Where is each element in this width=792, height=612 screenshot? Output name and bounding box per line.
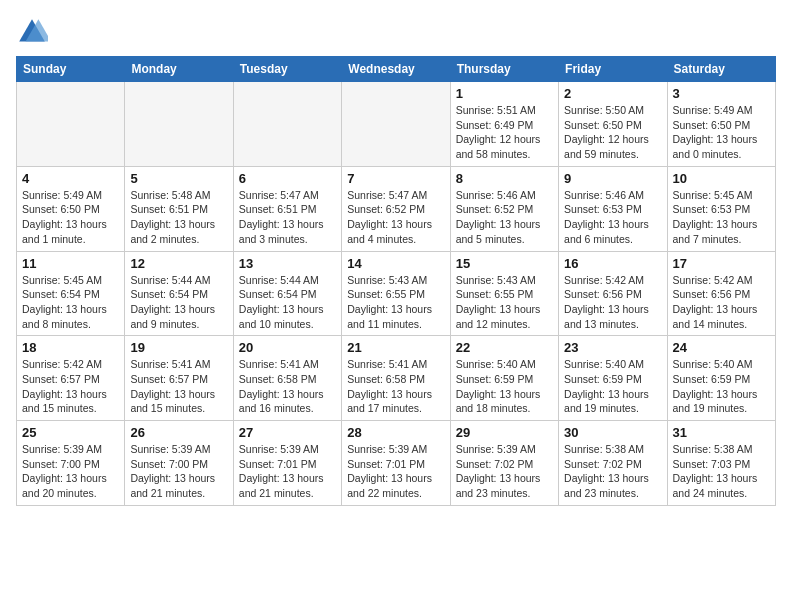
week-row-2: 4Sunrise: 5:49 AM Sunset: 6:50 PM Daylig… [17, 166, 776, 251]
calendar-cell: 13Sunrise: 5:44 AM Sunset: 6:54 PM Dayli… [233, 251, 341, 336]
calendar-cell [17, 82, 125, 167]
day-number: 23 [564, 340, 661, 355]
day-number: 16 [564, 256, 661, 271]
day-number: 15 [456, 256, 553, 271]
day-number: 22 [456, 340, 553, 355]
week-row-5: 25Sunrise: 5:39 AM Sunset: 7:00 PM Dayli… [17, 421, 776, 506]
day-number: 5 [130, 171, 227, 186]
day-number: 27 [239, 425, 336, 440]
calendar-cell: 9Sunrise: 5:46 AM Sunset: 6:53 PM Daylig… [559, 166, 667, 251]
cell-content: Sunrise: 5:39 AM Sunset: 7:00 PM Dayligh… [130, 442, 227, 501]
cell-content: Sunrise: 5:44 AM Sunset: 6:54 PM Dayligh… [130, 273, 227, 332]
calendar-cell: 19Sunrise: 5:41 AM Sunset: 6:57 PM Dayli… [125, 336, 233, 421]
page-header [16, 16, 776, 48]
cell-content: Sunrise: 5:46 AM Sunset: 6:52 PM Dayligh… [456, 188, 553, 247]
weekday-header-tuesday: Tuesday [233, 57, 341, 82]
calendar-cell: 27Sunrise: 5:39 AM Sunset: 7:01 PM Dayli… [233, 421, 341, 506]
calendar-cell: 4Sunrise: 5:49 AM Sunset: 6:50 PM Daylig… [17, 166, 125, 251]
cell-content: Sunrise: 5:42 AM Sunset: 6:56 PM Dayligh… [564, 273, 661, 332]
logo [16, 16, 52, 48]
calendar-cell: 21Sunrise: 5:41 AM Sunset: 6:58 PM Dayli… [342, 336, 450, 421]
calendar-cell [342, 82, 450, 167]
cell-content: Sunrise: 5:39 AM Sunset: 7:01 PM Dayligh… [239, 442, 336, 501]
calendar-cell: 23Sunrise: 5:40 AM Sunset: 6:59 PM Dayli… [559, 336, 667, 421]
weekday-header-thursday: Thursday [450, 57, 558, 82]
weekday-header-wednesday: Wednesday [342, 57, 450, 82]
cell-content: Sunrise: 5:38 AM Sunset: 7:02 PM Dayligh… [564, 442, 661, 501]
day-number: 20 [239, 340, 336, 355]
weekday-header-monday: Monday [125, 57, 233, 82]
day-number: 6 [239, 171, 336, 186]
cell-content: Sunrise: 5:40 AM Sunset: 6:59 PM Dayligh… [564, 357, 661, 416]
calendar-cell: 10Sunrise: 5:45 AM Sunset: 6:53 PM Dayli… [667, 166, 775, 251]
calendar-cell: 6Sunrise: 5:47 AM Sunset: 6:51 PM Daylig… [233, 166, 341, 251]
day-number: 10 [673, 171, 770, 186]
weekday-header-row: SundayMondayTuesdayWednesdayThursdayFrid… [17, 57, 776, 82]
calendar-cell: 7Sunrise: 5:47 AM Sunset: 6:52 PM Daylig… [342, 166, 450, 251]
day-number: 29 [456, 425, 553, 440]
calendar-cell: 2Sunrise: 5:50 AM Sunset: 6:50 PM Daylig… [559, 82, 667, 167]
calendar-table: SundayMondayTuesdayWednesdayThursdayFrid… [16, 56, 776, 506]
cell-content: Sunrise: 5:43 AM Sunset: 6:55 PM Dayligh… [456, 273, 553, 332]
calendar-cell: 25Sunrise: 5:39 AM Sunset: 7:00 PM Dayli… [17, 421, 125, 506]
week-row-1: 1Sunrise: 5:51 AM Sunset: 6:49 PM Daylig… [17, 82, 776, 167]
calendar-cell: 12Sunrise: 5:44 AM Sunset: 6:54 PM Dayli… [125, 251, 233, 336]
calendar-cell: 3Sunrise: 5:49 AM Sunset: 6:50 PM Daylig… [667, 82, 775, 167]
cell-content: Sunrise: 5:42 AM Sunset: 6:56 PM Dayligh… [673, 273, 770, 332]
calendar-cell: 17Sunrise: 5:42 AM Sunset: 6:56 PM Dayli… [667, 251, 775, 336]
cell-content: Sunrise: 5:40 AM Sunset: 6:59 PM Dayligh… [456, 357, 553, 416]
calendar-cell: 31Sunrise: 5:38 AM Sunset: 7:03 PM Dayli… [667, 421, 775, 506]
cell-content: Sunrise: 5:39 AM Sunset: 7:02 PM Dayligh… [456, 442, 553, 501]
cell-content: Sunrise: 5:39 AM Sunset: 7:01 PM Dayligh… [347, 442, 444, 501]
day-number: 2 [564, 86, 661, 101]
cell-content: Sunrise: 5:42 AM Sunset: 6:57 PM Dayligh… [22, 357, 119, 416]
cell-content: Sunrise: 5:49 AM Sunset: 6:50 PM Dayligh… [673, 103, 770, 162]
cell-content: Sunrise: 5:41 AM Sunset: 6:58 PM Dayligh… [347, 357, 444, 416]
cell-content: Sunrise: 5:43 AM Sunset: 6:55 PM Dayligh… [347, 273, 444, 332]
day-number: 25 [22, 425, 119, 440]
cell-content: Sunrise: 5:44 AM Sunset: 6:54 PM Dayligh… [239, 273, 336, 332]
day-number: 4 [22, 171, 119, 186]
calendar-cell: 16Sunrise: 5:42 AM Sunset: 6:56 PM Dayli… [559, 251, 667, 336]
cell-content: Sunrise: 5:46 AM Sunset: 6:53 PM Dayligh… [564, 188, 661, 247]
cell-content: Sunrise: 5:47 AM Sunset: 6:51 PM Dayligh… [239, 188, 336, 247]
calendar-cell: 8Sunrise: 5:46 AM Sunset: 6:52 PM Daylig… [450, 166, 558, 251]
day-number: 19 [130, 340, 227, 355]
week-row-3: 11Sunrise: 5:45 AM Sunset: 6:54 PM Dayli… [17, 251, 776, 336]
day-number: 21 [347, 340, 444, 355]
day-number: 12 [130, 256, 227, 271]
calendar-cell: 30Sunrise: 5:38 AM Sunset: 7:02 PM Dayli… [559, 421, 667, 506]
calendar-cell: 1Sunrise: 5:51 AM Sunset: 6:49 PM Daylig… [450, 82, 558, 167]
calendar-cell: 28Sunrise: 5:39 AM Sunset: 7:01 PM Dayli… [342, 421, 450, 506]
calendar-cell: 11Sunrise: 5:45 AM Sunset: 6:54 PM Dayli… [17, 251, 125, 336]
calendar-cell: 18Sunrise: 5:42 AM Sunset: 6:57 PM Dayli… [17, 336, 125, 421]
weekday-header-friday: Friday [559, 57, 667, 82]
calendar-cell [233, 82, 341, 167]
calendar-cell: 5Sunrise: 5:48 AM Sunset: 6:51 PM Daylig… [125, 166, 233, 251]
calendar-cell: 26Sunrise: 5:39 AM Sunset: 7:00 PM Dayli… [125, 421, 233, 506]
day-number: 7 [347, 171, 444, 186]
day-number: 14 [347, 256, 444, 271]
calendar-cell: 24Sunrise: 5:40 AM Sunset: 6:59 PM Dayli… [667, 336, 775, 421]
cell-content: Sunrise: 5:47 AM Sunset: 6:52 PM Dayligh… [347, 188, 444, 247]
calendar-cell: 15Sunrise: 5:43 AM Sunset: 6:55 PM Dayli… [450, 251, 558, 336]
weekday-header-saturday: Saturday [667, 57, 775, 82]
day-number: 31 [673, 425, 770, 440]
day-number: 26 [130, 425, 227, 440]
cell-content: Sunrise: 5:48 AM Sunset: 6:51 PM Dayligh… [130, 188, 227, 247]
cell-content: Sunrise: 5:49 AM Sunset: 6:50 PM Dayligh… [22, 188, 119, 247]
cell-content: Sunrise: 5:39 AM Sunset: 7:00 PM Dayligh… [22, 442, 119, 501]
calendar-cell [125, 82, 233, 167]
cell-content: Sunrise: 5:51 AM Sunset: 6:49 PM Dayligh… [456, 103, 553, 162]
week-row-4: 18Sunrise: 5:42 AM Sunset: 6:57 PM Dayli… [17, 336, 776, 421]
calendar-cell: 20Sunrise: 5:41 AM Sunset: 6:58 PM Dayli… [233, 336, 341, 421]
day-number: 13 [239, 256, 336, 271]
calendar-cell: 22Sunrise: 5:40 AM Sunset: 6:59 PM Dayli… [450, 336, 558, 421]
day-number: 9 [564, 171, 661, 186]
cell-content: Sunrise: 5:45 AM Sunset: 6:54 PM Dayligh… [22, 273, 119, 332]
calendar-cell: 29Sunrise: 5:39 AM Sunset: 7:02 PM Dayli… [450, 421, 558, 506]
day-number: 17 [673, 256, 770, 271]
cell-content: Sunrise: 5:40 AM Sunset: 6:59 PM Dayligh… [673, 357, 770, 416]
cell-content: Sunrise: 5:41 AM Sunset: 6:58 PM Dayligh… [239, 357, 336, 416]
cell-content: Sunrise: 5:38 AM Sunset: 7:03 PM Dayligh… [673, 442, 770, 501]
